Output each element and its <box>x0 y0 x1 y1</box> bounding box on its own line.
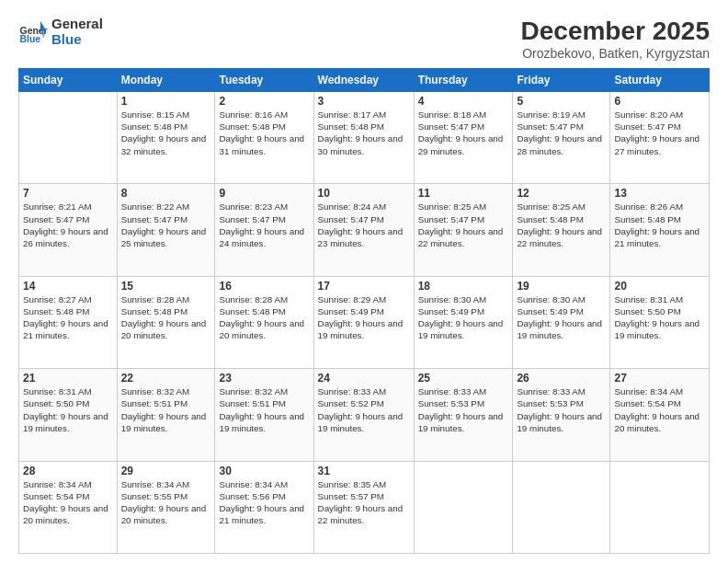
calendar-cell: 18Sunrise: 8:30 AM Sunset: 5:49 PM Dayli… <box>414 276 513 368</box>
main-title: December 2025 <box>521 17 710 46</box>
calendar-header-wednesday: Wednesday <box>313 69 414 92</box>
day-info: Sunrise: 8:16 AM Sunset: 5:48 PM Dayligh… <box>219 109 309 157</box>
calendar-cell: 25Sunrise: 8:33 AM Sunset: 5:53 PM Dayli… <box>414 369 513 461</box>
day-number: 14 <box>23 280 113 293</box>
day-number: 8 <box>121 187 211 200</box>
subtitle: Orozbekovo, Batken, Kyrgyzstan <box>521 46 710 61</box>
calendar-header-thursday: Thursday <box>414 69 513 92</box>
day-number: 5 <box>517 95 606 108</box>
day-number: 26 <box>517 372 606 385</box>
day-info: Sunrise: 8:32 AM Sunset: 5:51 PM Dayligh… <box>121 385 211 434</box>
day-info: Sunrise: 8:28 AM Sunset: 5:48 PM Dayligh… <box>219 293 309 342</box>
logo-icon: General Blue <box>18 17 48 47</box>
day-info: Sunrise: 8:20 AM Sunset: 5:47 PM Dayligh… <box>614 109 705 157</box>
calendar-cell: 1Sunrise: 8:15 AM Sunset: 5:48 PM Daylig… <box>117 92 215 184</box>
day-number: 2 <box>219 95 309 108</box>
calendar-cell: 4Sunrise: 8:18 AM Sunset: 5:47 PM Daylig… <box>414 92 513 184</box>
calendar-cell <box>513 461 610 553</box>
calendar-cell: 30Sunrise: 8:34 AM Sunset: 5:56 PM Dayli… <box>215 461 313 553</box>
day-info: Sunrise: 8:26 AM Sunset: 5:48 PM Dayligh… <box>614 201 705 249</box>
calendar-cell: 2Sunrise: 8:16 AM Sunset: 5:48 PM Daylig… <box>215 92 313 184</box>
calendar-header-saturday: Saturday <box>610 69 710 92</box>
calendar-cell: 10Sunrise: 8:24 AM Sunset: 5:47 PM Dayli… <box>313 184 414 276</box>
day-info: Sunrise: 8:29 AM Sunset: 5:49 PM Dayligh… <box>318 293 410 342</box>
day-info: Sunrise: 8:30 AM Sunset: 5:49 PM Dayligh… <box>517 293 606 342</box>
day-number: 24 <box>318 372 410 385</box>
day-info: Sunrise: 8:34 AM Sunset: 5:54 PM Dayligh… <box>614 385 705 434</box>
day-number: 1 <box>121 95 211 108</box>
calendar-cell: 9Sunrise: 8:23 AM Sunset: 5:47 PM Daylig… <box>215 184 313 276</box>
calendar-cell: 5Sunrise: 8:19 AM Sunset: 5:47 PM Daylig… <box>513 92 610 184</box>
calendar-cell: 24Sunrise: 8:33 AM Sunset: 5:52 PM Dayli… <box>313 369 414 461</box>
day-number: 31 <box>318 465 410 477</box>
page: General Blue General Blue December 2025 … <box>0 0 728 563</box>
day-number: 22 <box>121 372 211 385</box>
calendar-cell: 7Sunrise: 8:21 AM Sunset: 5:47 PM Daylig… <box>19 184 118 276</box>
day-info: Sunrise: 8:23 AM Sunset: 5:47 PM Dayligh… <box>219 201 309 249</box>
day-info: Sunrise: 8:18 AM Sunset: 5:47 PM Dayligh… <box>418 109 509 157</box>
calendar-cell <box>610 461 710 553</box>
day-number: 28 <box>23 465 113 477</box>
day-info: Sunrise: 8:31 AM Sunset: 5:50 PM Dayligh… <box>614 293 705 342</box>
day-number: 20 <box>614 280 705 293</box>
calendar-cell: 22Sunrise: 8:32 AM Sunset: 5:51 PM Dayli… <box>117 369 215 461</box>
svg-text:Blue: Blue <box>20 34 41 44</box>
calendar-cell <box>414 461 513 553</box>
day-number: 30 <box>219 465 309 477</box>
calendar-week-2: 7Sunrise: 8:21 AM Sunset: 5:47 PM Daylig… <box>19 184 710 276</box>
day-info: Sunrise: 8:17 AM Sunset: 5:48 PM Dayligh… <box>318 109 410 157</box>
calendar-header-sunday: Sunday <box>19 69 118 92</box>
calendar-cell: 31Sunrise: 8:35 AM Sunset: 5:57 PM Dayli… <box>313 461 414 553</box>
day-number: 18 <box>418 280 509 293</box>
day-info: Sunrise: 8:31 AM Sunset: 5:50 PM Dayligh… <box>23 385 113 434</box>
calendar-cell: 19Sunrise: 8:30 AM Sunset: 5:49 PM Dayli… <box>513 276 610 368</box>
header: General Blue General Blue December 2025 … <box>18 17 710 61</box>
day-info: Sunrise: 8:24 AM Sunset: 5:47 PM Dayligh… <box>318 201 410 249</box>
calendar-cell <box>19 92 118 184</box>
calendar-cell: 3Sunrise: 8:17 AM Sunset: 5:48 PM Daylig… <box>313 92 414 184</box>
calendar-cell: 6Sunrise: 8:20 AM Sunset: 5:47 PM Daylig… <box>610 92 710 184</box>
title-block: December 2025 Orozbekovo, Batken, Kyrgyz… <box>521 17 710 61</box>
calendar-cell: 27Sunrise: 8:34 AM Sunset: 5:54 PM Dayli… <box>610 369 710 461</box>
calendar-header-monday: Monday <box>117 69 215 92</box>
calendar-cell: 26Sunrise: 8:33 AM Sunset: 5:53 PM Dayli… <box>513 369 610 461</box>
calendar-cell: 13Sunrise: 8:26 AM Sunset: 5:48 PM Dayli… <box>610 184 710 276</box>
calendar-week-4: 21Sunrise: 8:31 AM Sunset: 5:50 PM Dayli… <box>19 369 710 461</box>
day-number: 13 <box>614 187 705 200</box>
day-info: Sunrise: 8:21 AM Sunset: 5:47 PM Dayligh… <box>23 201 113 249</box>
day-info: Sunrise: 8:32 AM Sunset: 5:51 PM Dayligh… <box>219 385 309 434</box>
day-info: Sunrise: 8:27 AM Sunset: 5:48 PM Dayligh… <box>23 293 113 342</box>
logo-blue-text: Blue <box>51 32 103 48</box>
day-info: Sunrise: 8:30 AM Sunset: 5:49 PM Dayligh… <box>418 293 509 342</box>
day-number: 7 <box>23 187 113 200</box>
calendar-cell: 28Sunrise: 8:34 AM Sunset: 5:54 PM Dayli… <box>19 461 118 553</box>
calendar-week-5: 28Sunrise: 8:34 AM Sunset: 5:54 PM Dayli… <box>19 461 710 553</box>
day-number: 15 <box>121 280 211 293</box>
day-info: Sunrise: 8:19 AM Sunset: 5:47 PM Dayligh… <box>517 109 606 157</box>
day-number: 3 <box>318 95 410 108</box>
calendar-cell: 11Sunrise: 8:25 AM Sunset: 5:47 PM Dayli… <box>414 184 513 276</box>
day-info: Sunrise: 8:34 AM Sunset: 5:55 PM Dayligh… <box>121 478 211 527</box>
day-number: 25 <box>418 372 509 385</box>
day-number: 16 <box>219 280 309 293</box>
calendar-table: SundayMondayTuesdayWednesdayThursdayFrid… <box>18 68 710 554</box>
day-number: 11 <box>418 187 509 200</box>
calendar-week-3: 14Sunrise: 8:27 AM Sunset: 5:48 PM Dayli… <box>19 276 710 368</box>
day-info: Sunrise: 8:22 AM Sunset: 5:47 PM Dayligh… <box>121 201 211 249</box>
day-info: Sunrise: 8:34 AM Sunset: 5:54 PM Dayligh… <box>23 478 113 527</box>
calendar-cell: 8Sunrise: 8:22 AM Sunset: 5:47 PM Daylig… <box>117 184 215 276</box>
day-info: Sunrise: 8:33 AM Sunset: 5:52 PM Dayligh… <box>318 385 410 434</box>
logo-general-text: General <box>51 17 103 32</box>
day-info: Sunrise: 8:34 AM Sunset: 5:56 PM Dayligh… <box>219 478 309 527</box>
day-number: 27 <box>614 372 705 385</box>
calendar-cell: 14Sunrise: 8:27 AM Sunset: 5:48 PM Dayli… <box>19 276 118 368</box>
calendar-cell: 12Sunrise: 8:25 AM Sunset: 5:48 PM Dayli… <box>513 184 610 276</box>
calendar-cell: 17Sunrise: 8:29 AM Sunset: 5:49 PM Dayli… <box>313 276 414 368</box>
day-info: Sunrise: 8:25 AM Sunset: 5:48 PM Dayligh… <box>517 201 606 249</box>
day-info: Sunrise: 8:35 AM Sunset: 5:57 PM Dayligh… <box>318 478 410 527</box>
day-number: 29 <box>121 465 211 477</box>
day-number: 17 <box>318 280 410 293</box>
calendar-cell: 29Sunrise: 8:34 AM Sunset: 5:55 PM Dayli… <box>117 461 215 553</box>
calendar-cell: 23Sunrise: 8:32 AM Sunset: 5:51 PM Dayli… <box>215 369 313 461</box>
day-number: 19 <box>517 280 606 293</box>
